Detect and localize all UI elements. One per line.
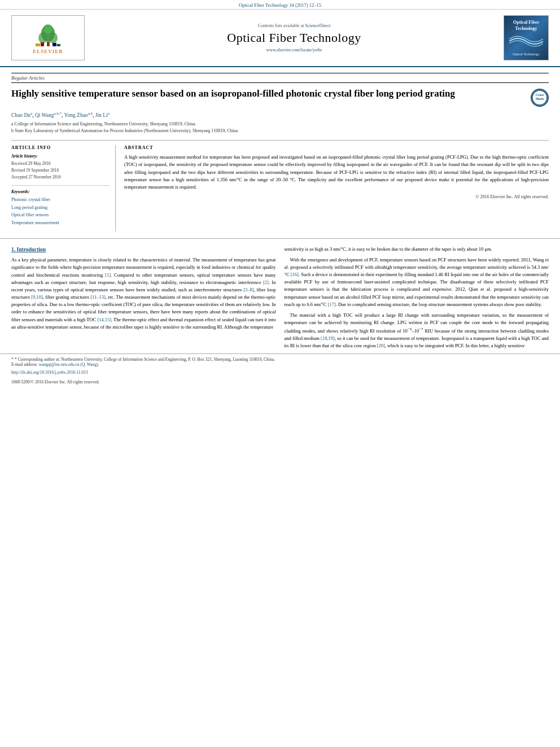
affiliations: a College of Information Science and Eng… [11,121,549,134]
copyright-bottom: 1068-5200/© 2016 Elsevier Inc. All right… [0,378,560,389]
article-info-heading: ARTICLE INFO [11,145,110,150]
ref-2[interactable]: [2] [263,279,269,285]
svg-rect-8 [57,44,60,46]
ref-18-19[interactable]: [18,19] [321,335,335,341]
elsevier-wordmark: ELSEVIER [33,49,63,54]
ref-20[interactable]: [20] [377,343,385,348]
footnote-star: * * Corresponding author at: Northeaster… [11,357,549,362]
sciencedirect-link[interactable]: ScienceDirect [305,23,331,28]
svg-point-2 [38,32,47,43]
cover-fiber-graphic [509,33,543,49]
abstract-col: ABSTRACT A high sensitivity measurement … [124,145,549,231]
svg-rect-7 [53,43,56,46]
svg-point-3 [49,32,58,43]
journal-url[interactable]: www.elsevier.com/locate/yofte [85,47,504,53]
author-jin-li: Jin Li [95,112,108,118]
history-heading: Article history: [11,154,110,159]
journal-header-center: Contents lists available at ScienceDirec… [85,23,504,53]
ref-9-10[interactable]: [9,10] [31,294,43,300]
keyword-3: Optical fiber sensors [11,211,110,219]
main-col-left: 1. Introduction As a key physical parame… [11,246,276,353]
article-content: Regular Articles Highly sensitive temper… [0,67,560,231]
author-chao-du: Chao Du [11,112,30,118]
ref-17[interactable]: [17] [328,302,336,307]
crossmark-icon: Cross Mark [531,89,549,107]
author-yong-zhao: Yong Zhao [64,112,88,118]
article-title-row: Highly sensitive temperature sensor base… [11,88,549,107]
ref-16[interactable]: [16] [291,272,299,277]
affiliation-b: b State Key Laboratory of Synthetical Au… [11,128,549,134]
accepted-date: Accepted 27 November 2016 [11,174,110,181]
footnote-email-address[interactable]: wangqi@ise.neu.edu.cn (Q. Wang). [39,362,99,367]
footnote-area: * * Corresponding author at: Northeaster… [0,353,560,367]
keywords-block: Keywords: Photonic crystal fiber Long pe… [11,189,110,226]
keyword-1: Photonic crystal fiber [11,196,110,204]
elsevier-logo: ELSEVIER [11,15,85,60]
svg-point-4 [43,24,53,33]
journal-title: Optical Fiber Technology [85,30,504,45]
ref-14-15[interactable]: [14,15] [97,317,111,322]
keyword-4: Temperature measurement [11,219,110,227]
journal-top-bar: Optical Fiber Technology 34 (2017) 12–15 [0,0,560,10]
contents-line: Contents lists available at ScienceDirec… [85,23,504,28]
svg-text:Mark: Mark [536,97,544,101]
article-info-abstract-row: ARTICLE INFO Article history: Received 2… [11,140,549,231]
main-body-text: 1. Introduction As a key physical parame… [0,246,560,353]
doi-link[interactable]: http://dx.doi.org/10.1016/j.yofte.2016.1… [11,370,88,375]
received-date: Received 29 May 2016 [11,160,110,167]
svg-rect-6 [41,42,44,46]
svg-text:Cross: Cross [536,93,544,97]
cover-title-text: Optical FiberTechnology [513,20,539,32]
article-info-col: ARTICLE INFO Article history: Received 2… [11,145,116,231]
article-title: Highly sensitive temperature sensor base… [11,88,531,100]
intro-p2: sensitivity is as high as 3 nm/°C, it is… [285,246,549,253]
journal-cover-image: Optical FiberTechnology Optical Technolo… [504,15,549,60]
abstract-copyright: © 2016 Elsevier Inc. All rights reserved… [124,194,549,199]
ref-3-8[interactable]: [3–8] [243,287,253,292]
authors-line: Chao Dua, Qi Wanga,b,*, Yong Zhaoa,b, Ji… [11,111,549,118]
crossmark-badge[interactable]: Cross Mark [531,89,549,107]
intro-p1: As a key physical parameter, temperature… [11,256,276,331]
journal-citation: Optical Fiber Technology 34 (2017) 12–15 [239,2,321,8]
svg-rect-0 [47,42,50,46]
bottom-links: http://dx.doi.org/10.1016/j.yofte.2016.1… [0,367,560,378]
abstract-heading: ABSTRACT [124,145,549,150]
affiliation-a: a College of Information Science and Eng… [11,121,549,128]
abstract-text: A high sensitivity measurement method fo… [124,154,549,191]
revised-date: Revised 19 September 2016 [11,167,110,174]
cover-subtitle-text: Optical Technology [513,53,539,56]
elsevier-tree-icon [33,22,64,47]
svg-rect-5 [36,43,40,46]
section-1-heading: 1. Introduction [11,246,276,254]
elsevier-logo-container: ELSEVIER [11,15,85,60]
intro-p3: With the emergence and development of PC… [285,256,549,308]
footnote-text: * Corresponding author at: Northeastern … [15,357,275,362]
ref-1[interactable]: [1] [105,272,111,278]
article-history-block: Article history: Received 29 May 2016 Re… [11,154,110,181]
journal-header: ELSEVIER Contents lists available at Sci… [0,10,560,67]
keywords-heading: Keywords: [11,189,110,194]
intro-p4: The material with a high TOC will produc… [285,312,549,350]
footnote-email: E-mail address: wangqi@ise.neu.edu.cn (Q… [11,362,549,367]
main-col-right: sensitivity is as high as 3 nm/°C, it is… [285,246,549,353]
keyword-2: Long period grating [11,204,110,212]
ref-11-13[interactable]: [11–13] [90,294,106,300]
section-type-label: Regular Articles [11,73,549,83]
section-divider [0,238,560,239]
author-qi-wang: Qi Wang [35,112,54,118]
